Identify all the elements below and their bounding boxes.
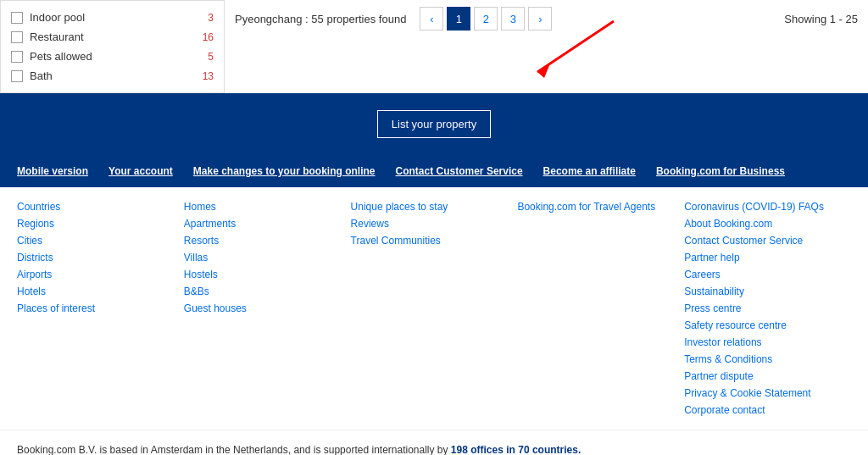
footer-link[interactable]: Airports (17, 269, 184, 280)
nav-item[interactable]: Become an affiliate (543, 157, 636, 186)
nav-item[interactable]: Contact Customer Service (396, 157, 523, 186)
footer-link[interactable]: Safety resource centre (684, 319, 851, 331)
footer-col: Coronavirus (COVID-19) FAQsAbout Booking… (684, 201, 851, 416)
footer-link[interactable]: Careers (684, 269, 851, 280)
footer-link[interactable]: Places of interest (17, 302, 184, 314)
filter-count: 13 (203, 70, 214, 82)
filter-item: Restaurant 16 (11, 27, 214, 47)
footer-link[interactable]: Cities (17, 235, 184, 247)
filter-count: 3 (208, 12, 214, 24)
bottom-info: Booking.com B.V. is based in Amsterdam i… (0, 430, 868, 455)
footer-link[interactable]: Partner help (684, 252, 851, 264)
page-1-button[interactable]: 1 (447, 7, 470, 31)
footer-col: CountriesRegionsCitiesDistrictsAirportsH… (17, 201, 184, 416)
footer-link[interactable]: Terms & Conditions (684, 353, 851, 365)
offices-link[interactable]: 198 offices in 70 countries. (451, 444, 581, 455)
footer-link[interactable]: Unique places to stay (351, 201, 518, 213)
footer-link[interactable]: Guest houses (184, 302, 351, 314)
footer-link[interactable]: Partner dispute (684, 370, 851, 382)
footer-link[interactable]: Sustainability (684, 286, 851, 297)
filter-item: Bath 13 (11, 66, 214, 86)
footer-link[interactable]: Investor relations (684, 336, 851, 348)
footer-link[interactable]: Countries (17, 201, 184, 213)
footer-link[interactable]: Resorts (184, 235, 351, 247)
filter-label: Bath (30, 69, 53, 82)
footer-link[interactable]: Apartments (184, 218, 351, 230)
filter-item: Pets allowed 5 (11, 47, 214, 66)
footer-link[interactable]: Regions (17, 218, 184, 230)
footer-link[interactable]: Corporate contact (684, 404, 851, 416)
footer-link[interactable]: Booking.com for Travel Agents (517, 201, 684, 213)
filter-checkbox[interactable] (11, 31, 23, 43)
footer-link[interactable]: Contact Customer Service (684, 235, 851, 247)
footer-link[interactable]: B&Bs (184, 286, 351, 297)
filter-checkbox[interactable] (11, 51, 23, 63)
next-page-button[interactable]: › (528, 7, 552, 31)
nav-item[interactable]: Your account (108, 157, 173, 186)
nav-item[interactable]: Make changes to your booking online (193, 157, 376, 186)
page-2-button[interactable]: 2 (474, 7, 498, 31)
results-bar: Pyeongchang : 55 properties found ‹ 1 2 … (225, 0, 868, 37)
footer-link[interactable]: Homes (184, 201, 351, 213)
filter-count: 16 (203, 31, 214, 43)
nav-item[interactable]: Booking.com for Business (656, 157, 785, 186)
filter-count: 5 (208, 51, 214, 63)
filter-label: Restaurant (30, 31, 84, 43)
filter-item: Indoor pool 3 (11, 8, 214, 27)
footer-link[interactable]: Districts (17, 252, 184, 264)
footer-link[interactable]: Coronavirus (COVID-19) FAQs (684, 201, 851, 213)
filter-checkbox[interactable] (11, 12, 23, 24)
showing-label: Showing 1 - 25 (784, 13, 858, 25)
nav-bar: Mobile versionYour accountMake changes t… (0, 155, 868, 187)
blue-banner: List your property (0, 93, 868, 155)
nav-item[interactable]: Mobile version (17, 157, 88, 186)
page-3-button[interactable]: 3 (501, 7, 525, 31)
bottom-text: Booking.com B.V. is based in Amsterdam i… (17, 444, 451, 455)
filter-checkbox[interactable] (11, 70, 23, 82)
results-count: Pyeongchang : 55 properties found (235, 13, 406, 25)
footer-links: CountriesRegionsCitiesDistrictsAirportsH… (0, 187, 868, 430)
footer-col: HomesApartmentsResortsVillasHostelsB&BsG… (184, 201, 351, 416)
filter-label: Pets allowed (30, 50, 92, 63)
footer-link[interactable]: Travel Communities (351, 235, 518, 247)
pagination: ‹ 1 2 3 › (420, 7, 552, 31)
footer-link[interactable]: Reviews (351, 218, 518, 230)
prev-page-button[interactable]: ‹ (420, 7, 443, 31)
filter-label: Indoor pool (30, 11, 85, 24)
footer-col: Booking.com for Travel Agents (517, 201, 684, 416)
footer-col: Unique places to stayReviewsTravel Commu… (351, 201, 518, 416)
footer-link[interactable]: Villas (184, 252, 351, 264)
filter-panel: Indoor pool 3 Restaurant 16 Pets allowed… (0, 0, 225, 93)
footer-link[interactable]: Hotels (17, 286, 184, 297)
footer-link[interactable]: Press centre (684, 302, 851, 314)
footer-link[interactable]: Privacy & Cookie Statement (684, 387, 851, 399)
footer-link[interactable]: About Booking.com (684, 218, 851, 230)
list-property-button[interactable]: List your property (377, 110, 491, 138)
footer-link[interactable]: Hostels (184, 269, 351, 280)
